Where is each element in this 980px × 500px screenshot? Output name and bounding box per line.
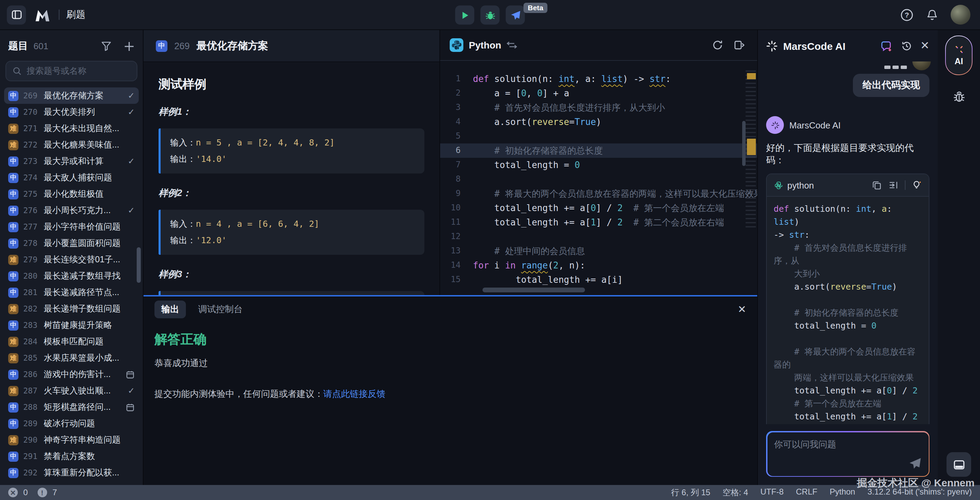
problem-item[interactable]: 中278最小覆盖圆面积问题: [4, 235, 139, 251]
copy-code-icon[interactable]: [872, 180, 881, 190]
search-input[interactable]: 搜索题号或名称: [5, 61, 137, 81]
problem-item-title: 最大优美排列: [44, 106, 123, 118]
editor-line: 9 # 将最大的两个会员信息放在容器的两端，这样可以最大化压缩效果: [440, 186, 757, 201]
output-close-icon[interactable]: ✕: [738, 303, 746, 316]
app-window: 刷题 Beta ?: [0, 0, 980, 500]
problem-number: 287: [23, 386, 39, 395]
statusbar-item[interactable]: CRLF: [796, 487, 817, 498]
ai-chat-input[interactable]: 你可以问我问题: [767, 432, 928, 476]
apply-code-icon[interactable]: [912, 180, 922, 190]
problem-item[interactable]: 中273最大异或和计算✓: [4, 153, 139, 170]
difficulty-badge: 中: [8, 271, 19, 281]
problem-item-title: 游戏中的伤害计...: [44, 368, 121, 380]
code-line-text: def solution(n: int, a: list) -> str:: [473, 72, 671, 86]
sidebar-toggle-button[interactable]: [7, 5, 26, 24]
split-editor-icon[interactable]: [734, 40, 745, 51]
problem-item[interactable]: 难272最大化糖果美味值...: [4, 137, 139, 153]
code-language-label: python: [787, 180, 868, 190]
filter-icon[interactable]: [101, 41, 111, 51]
add-problem-icon[interactable]: [124, 41, 135, 52]
difficulty-badge: 中: [8, 451, 19, 462]
problem-item[interactable]: 中280最长递减子数组寻找: [4, 268, 139, 284]
problem-item[interactable]: 难284模板串匹配问题: [4, 333, 139, 350]
problem-item[interactable]: 中276最小周长巧克力...✓: [4, 202, 139, 219]
problem-number: 279: [23, 255, 39, 264]
problem-item-title: 最长递减子数组寻找: [44, 270, 135, 282]
editor-vertical-scrollbar[interactable]: [742, 121, 746, 166]
minimap[interactable]: [746, 70, 756, 227]
errors-count: 0: [23, 488, 28, 497]
topbar: 刷题 Beta ?: [0, 0, 980, 30]
submit-button[interactable]: Beta: [506, 5, 525, 25]
code-card-header: python: [767, 174, 929, 197]
problem-item[interactable]: 中277最小字符串价值问题: [4, 219, 139, 235]
problem-item[interactable]: 中270最大优美排列✓: [4, 104, 139, 120]
problem-item[interactable]: 中291禁着点方案数: [4, 448, 139, 465]
problem-item-title: 最优化存储方案: [44, 90, 123, 102]
problem-item[interactable]: 难279最长连续交替01子...: [4, 251, 139, 268]
problem-number: 274: [23, 173, 39, 183]
problem-item-title: 最小周长巧克力...: [44, 205, 123, 216]
problem-item[interactable]: 中288矩形棋盘路径问...: [4, 399, 139, 415]
clipped-previous-message: [885, 62, 931, 70]
send-icon[interactable]: [908, 457, 921, 470]
line-number: 11: [440, 215, 473, 230]
feedback-link[interactable]: 请点此链接反馈: [323, 389, 385, 399]
new-chat-icon[interactable]: [881, 40, 892, 52]
ai-activity-button[interactable]: AI: [945, 35, 972, 75]
sample-label: 样例2：: [159, 187, 425, 200]
toggle-panel-button[interactable]: [947, 452, 971, 477]
problem-item[interactable]: 难271最大化未出现自然...: [4, 120, 139, 137]
run-button[interactable]: [455, 5, 474, 25]
problem-number: 284: [23, 337, 39, 346]
tab-debug-console[interactable]: 调试控制台: [198, 303, 243, 316]
debug-activity-icon[interactable]: [952, 90, 965, 103]
problem-item[interactable]: 中289破冰行动问题: [4, 415, 139, 432]
statusbar-item[interactable]: 行 6, 列 15: [671, 487, 710, 498]
problem-item[interactable]: 难285水果店果篮最小成...: [4, 350, 139, 366]
help-icon[interactable]: ?: [900, 8, 914, 22]
editor-line: 13 # 处理中间的会员信息: [440, 244, 757, 258]
code-editor[interactable]: 1def solution(n: int, a: list) -> str:2 …: [440, 61, 757, 295]
problem-item[interactable]: 难287火车驶入驶出顺...✓: [4, 383, 139, 399]
ai-close-icon[interactable]: ✕: [920, 40, 929, 51]
tab-output[interactable]: 输出: [154, 300, 186, 318]
insert-code-icon[interactable]: [888, 180, 898, 190]
line-number: 3: [440, 100, 473, 115]
problem-item[interactable]: 中281最长递减路径节点...: [4, 284, 139, 300]
editor-line: 4 a.sort(reverse=True): [440, 115, 757, 129]
problem-item[interactable]: 中283树苗健康提升策略: [4, 317, 139, 333]
difficulty-badge: 难: [8, 123, 19, 133]
editor-language-tab[interactable]: Python: [469, 40, 501, 51]
reset-code-icon[interactable]: [712, 40, 723, 51]
problem-item[interactable]: 中286游戏中的伤害计...: [4, 366, 139, 383]
ai-sparkle-icon: [954, 44, 964, 55]
problem-item[interactable]: 难290神奇字符串构造问题: [4, 432, 139, 448]
problem-item-title: 模板串匹配问题: [44, 336, 135, 347]
problem-title: 最优化存储方案: [196, 39, 268, 52]
statusbar-item[interactable]: UTF-8: [760, 487, 784, 498]
problem-item-title: 水果店果篮最小成...: [44, 352, 135, 364]
problem-item[interactable]: 中274最大敌人捕获问题: [4, 170, 139, 186]
difficulty-badge: 难: [8, 304, 19, 314]
problems-summary[interactable]: ✕ 0 ! 7: [8, 488, 61, 497]
language-switch-icon[interactable]: [507, 41, 518, 49]
statusbar-item[interactable]: Python: [830, 487, 855, 498]
ai-code-line: a.sort(reverse=True): [773, 280, 922, 293]
problem-item[interactable]: 中275最小化数组极值: [4, 186, 139, 202]
problem-panel: 中 269 最优化存储方案 测试样例 样例1： 输入：n = 5 , a = […: [143, 30, 440, 295]
editor-horizontal-scrollbar[interactable]: [482, 287, 585, 292]
statusbar-item[interactable]: 空格: 4: [723, 487, 748, 498]
debug-button[interactable]: [480, 5, 500, 25]
problem-item[interactable]: 难282最长递增子数组问题: [4, 300, 139, 317]
marscode-logo-icon: [34, 8, 52, 22]
editor-lines: 1def solution(n: int, a: list) -> str:2 …: [440, 72, 757, 287]
problem-item[interactable]: 中269最优化存储方案✓: [4, 87, 139, 104]
problem-item[interactable]: 中292算珠重新分配以获...: [4, 465, 139, 481]
history-icon[interactable]: [900, 40, 912, 52]
notifications-bell-icon[interactable]: [926, 8, 938, 21]
sidebar-scrollbar[interactable]: [137, 247, 141, 283]
editor-tabbar: Python: [440, 30, 757, 61]
user-avatar[interactable]: [951, 5, 970, 25]
difficulty-badge: 中: [8, 222, 19, 232]
